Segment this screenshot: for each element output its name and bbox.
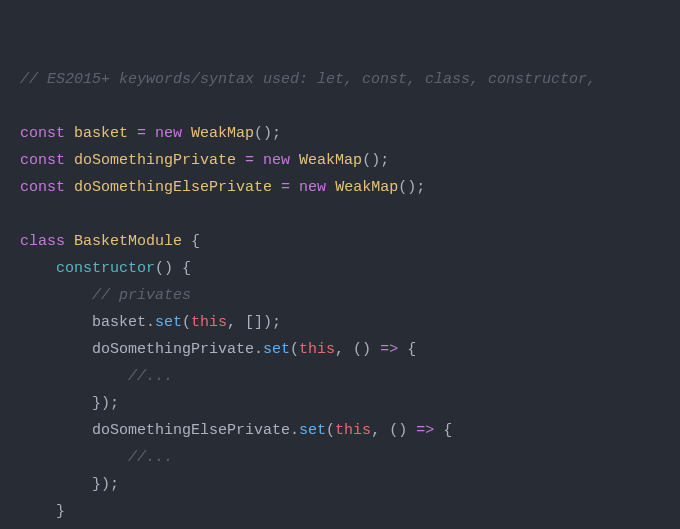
code-token: =>: [380, 341, 398, 358]
code-token: constructor: [56, 260, 155, 277]
code-line: constructor() {: [20, 255, 676, 282]
code-token: class: [20, 233, 74, 250]
code-token: this: [299, 341, 335, 358]
code-token: ();: [398, 179, 425, 196]
code-token: );: [101, 476, 119, 493]
code-token: const: [20, 152, 74, 169]
code-token: );: [101, 395, 119, 412]
code-token: (: [326, 422, 335, 439]
code-token: //...: [128, 449, 173, 466]
code-line: });: [20, 471, 676, 498]
code-token: {: [182, 260, 191, 277]
code-token: new: [299, 179, 335, 196]
code-line: }: [20, 498, 676, 525]
code-token: =: [137, 125, 146, 142]
code-line: const doSomethingPrivate = new WeakMap()…: [20, 147, 676, 174]
code-token: }: [56, 503, 65, 520]
code-token: ();: [254, 125, 281, 142]
code-line: doSomethingElsePrivate.set(this, () => {: [20, 417, 676, 444]
code-token: WeakMap: [299, 152, 362, 169]
code-line: const basket = new WeakMap();: [20, 120, 676, 147]
code-token: (): [155, 260, 173, 277]
code-token: , (): [335, 341, 380, 358]
code-token: (: [290, 341, 299, 358]
code-token: // privates: [92, 287, 191, 304]
code-token: , (): [371, 422, 416, 439]
code-token: {: [191, 233, 200, 250]
code-line: doSomethingPrivate.set(this, () => {: [20, 336, 676, 363]
code-token: set: [263, 341, 290, 358]
code-token: const: [20, 125, 74, 142]
code-token: new: [263, 152, 299, 169]
code-token: this: [335, 422, 371, 439]
code-token: [173, 260, 182, 277]
code-token: set: [155, 314, 182, 331]
code-token: .: [290, 422, 299, 439]
code-token: [146, 125, 155, 142]
code-token: =: [245, 152, 254, 169]
code-token: set: [299, 422, 326, 439]
code-token: .: [254, 341, 263, 358]
code-token: =: [281, 179, 290, 196]
code-token: [272, 179, 281, 196]
code-token: doSomethingPrivate: [92, 341, 254, 358]
code-line: [20, 201, 676, 228]
code-token: BasketModule: [74, 233, 182, 250]
code-token: this: [191, 314, 227, 331]
code-editor: // ES2015+ keywords/syntax used: let, co…: [0, 0, 680, 529]
code-token: {: [443, 422, 452, 439]
code-block: // ES2015+ keywords/syntax used: let, co…: [20, 66, 676, 529]
code-token: [236, 152, 245, 169]
code-token: ();: [362, 152, 389, 169]
code-token: }: [92, 395, 101, 412]
code-line: [20, 93, 676, 120]
code-token: doSomethingPrivate: [74, 152, 236, 169]
code-line: // privates: [20, 282, 676, 309]
code-line: //...: [20, 363, 676, 390]
code-line: //...: [20, 444, 676, 471]
code-token: {: [407, 341, 416, 358]
code-token: WeakMap: [191, 125, 254, 142]
code-line: });: [20, 390, 676, 417]
code-token: [398, 341, 407, 358]
code-token: [128, 125, 137, 142]
code-token: // ES2015+ keywords/syntax used: let, co…: [20, 71, 596, 88]
code-token: new: [155, 125, 191, 142]
code-token: , []);: [227, 314, 281, 331]
code-token: WeakMap: [335, 179, 398, 196]
code-token: //...: [128, 368, 173, 385]
code-token: }: [92, 476, 101, 493]
code-token: =>: [416, 422, 434, 439]
code-token: [254, 152, 263, 169]
code-line: class BasketModule {: [20, 228, 676, 255]
code-token: doSomethingElsePrivate: [92, 422, 290, 439]
code-line: const doSomethingElsePrivate = new WeakM…: [20, 174, 676, 201]
code-token: .: [146, 314, 155, 331]
code-token: basket: [74, 125, 128, 142]
code-token: doSomethingElsePrivate: [74, 179, 272, 196]
code-token: [182, 233, 191, 250]
code-line: // ES2015+ keywords/syntax used: let, co…: [20, 66, 676, 93]
code-token: const: [20, 179, 74, 196]
code-token: [290, 179, 299, 196]
code-line: basket.set(this, []);: [20, 309, 676, 336]
code-token: basket: [92, 314, 146, 331]
code-token: [434, 422, 443, 439]
code-token: (: [182, 314, 191, 331]
code-line: // Public aliases to a private functions: [20, 525, 676, 529]
